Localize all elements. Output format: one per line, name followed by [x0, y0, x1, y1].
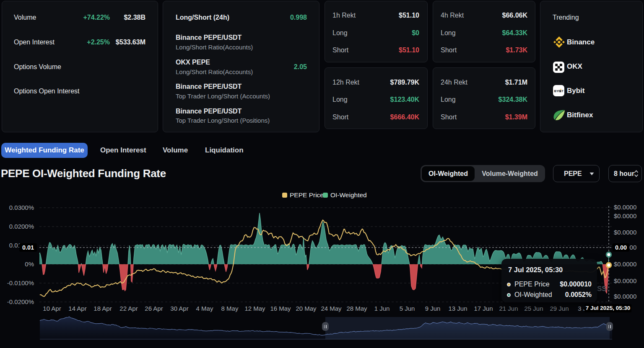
svg-text:BYB: BYB — [554, 89, 561, 93]
svg-text:T: T — [561, 89, 564, 93]
